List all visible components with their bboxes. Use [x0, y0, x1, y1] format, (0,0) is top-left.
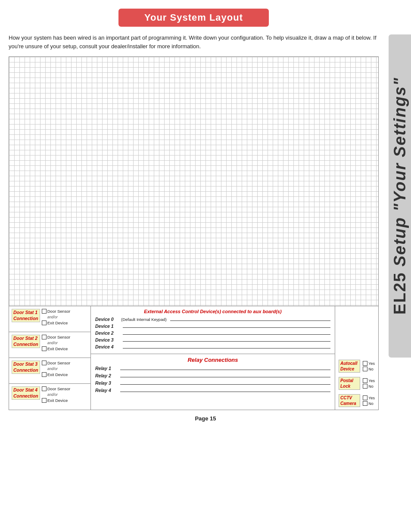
side-tab: EL25 Setup "Your Settings"	[389, 34, 411, 358]
andor-1: and/or	[47, 315, 70, 319]
title-box: Your System Layout	[118, 9, 269, 27]
door-sensor-3-checkbox[interactable]	[42, 361, 47, 365]
exit-device-4-checkbox[interactable]	[42, 398, 47, 403]
relay-1-row: Relay 1	[95, 366, 330, 371]
cctv-yes-label: Yes	[368, 396, 375, 400]
device-4-row: Device 4	[95, 344, 330, 349]
device-3-row: Device 3	[95, 337, 330, 342]
cctv-no-label: No	[368, 401, 374, 406]
exit-device-1-checkbox[interactable]	[42, 320, 47, 325]
device-1-label: Device 1	[95, 324, 121, 329]
device-1-row: Device 1	[95, 324, 330, 329]
door-sensor-1-checkbox[interactable]	[42, 309, 47, 314]
autocall-yes-label: Yes	[368, 361, 375, 366]
door-stat-2-row: Door Stat 2 Connection Door Sensor and/o…	[9, 332, 90, 358]
autocall-device-option: Autocall Device Yes No	[339, 360, 375, 373]
cctv-yes-row: Yes	[363, 395, 375, 400]
page-title: Your System Layout	[144, 12, 243, 23]
main-content-column: External Access Control Device(s) connec…	[91, 306, 335, 410]
autocall-yes-checkbox[interactable]	[363, 361, 367, 366]
external-section: External Access Control Device(s) connec…	[91, 306, 335, 354]
door-stat-3-label: Door Stat 3 Connection	[12, 361, 40, 374]
device-4-line	[123, 348, 330, 348]
exit-device-2-checkbox[interactable]	[42, 346, 47, 351]
relay-section: Relay Connections Relay 1 Relay 2 Relay …	[91, 354, 335, 398]
door-stat-2-check2: Exit Device	[42, 346, 70, 351]
postal-lock-option: Postal Lock Yes No	[339, 377, 375, 390]
device-3-label: Device 3	[95, 337, 121, 342]
postal-no-row: No	[363, 384, 375, 389]
postal-no-checkbox[interactable]	[363, 384, 367, 389]
device-1-line	[123, 327, 330, 328]
door-stat-2-checks: Door Sensor and/or Exit Device	[42, 335, 70, 351]
relay-1-label: Relay 1	[95, 366, 120, 371]
side-tab-text: EL25 Setup "Your Settings"	[392, 77, 408, 314]
postal-yes-label: Yes	[368, 379, 375, 383]
relay-4-label: Relay 4	[95, 388, 120, 393]
cctv-camera-option: CCTV Camera Yes No	[339, 394, 375, 407]
relay-4-line	[120, 392, 330, 392]
cctv-camera-label: CCTV Camera	[339, 394, 360, 407]
autocall-device-checks: Yes No	[363, 361, 375, 371]
postal-lock-checks: Yes No	[363, 378, 375, 389]
autocall-device-label: Autocall Device	[339, 360, 360, 373]
device-4-label: Device 4	[95, 344, 121, 349]
device-0-default: (Default Internal Keypad)	[121, 317, 167, 322]
page-number: Page 15	[9, 415, 402, 422]
door-stat-4-checks: Door Sensor and/or Exit Device	[42, 386, 70, 403]
door-stat-1-checks: Door Sensor and/or Exit Device	[42, 309, 70, 325]
relay-3-line	[120, 384, 330, 385]
exit-device-3-checkbox[interactable]	[42, 372, 47, 377]
andor-2: and/or	[47, 341, 70, 345]
door-stat-4-check2: Exit Device	[42, 398, 70, 403]
cctv-camera-checks: Yes No	[363, 395, 375, 406]
door-stat-3-checks: Door Sensor and/or Exit Device	[42, 361, 70, 377]
door-stat-2-label: Door Stat 2 Connection	[12, 335, 40, 348]
bottom-section: Door Stat 1 Connection Door Sensor and/o…	[9, 306, 379, 410]
device-0-label: Device 0	[95, 317, 121, 322]
relay-1-line	[120, 370, 330, 370]
relay-2-row: Relay 2	[95, 373, 330, 378]
postal-no-label: No	[368, 384, 374, 389]
andor-3: and/or	[47, 367, 70, 371]
door-stat-3-check1: Door Sensor	[42, 361, 70, 365]
door-stat-3-row: Door Stat 3 Connection Door Sensor and/o…	[9, 358, 90, 384]
device-0-row: Device 0 (Default Internal Keypad)	[95, 317, 330, 322]
device-2-row: Device 2	[95, 330, 330, 336]
door-stat-2-check1: Door Sensor	[42, 335, 70, 339]
autocall-no-checkbox[interactable]	[363, 367, 367, 371]
door-stat-4-label: Door Stat 4 Connection	[12, 386, 40, 400]
relay-2-label: Relay 2	[95, 373, 120, 378]
right-options-column: Autocall Device Yes No Postal Lock	[335, 306, 378, 410]
external-title: External Access Control Device(s) connec…	[95, 309, 330, 314]
description-text: How your system has been wired is an imp…	[9, 34, 379, 50]
device-2-line	[123, 334, 330, 335]
relay-3-row: Relay 3	[95, 380, 330, 386]
grid-drawing-area[interactable]	[9, 56, 379, 306]
device-2-label: Device 2	[95, 330, 121, 336]
postal-yes-checkbox[interactable]	[363, 378, 367, 383]
cctv-yes-checkbox[interactable]	[363, 395, 367, 400]
page-wrapper: EL25 Setup "Your Settings" Your System L…	[0, 0, 411, 532]
autocall-yes-row: Yes	[363, 361, 375, 366]
relay-title: Relay Connections	[95, 357, 330, 363]
relay-2-line	[120, 377, 330, 377]
device-3-line	[123, 341, 330, 342]
autocall-no-row: No	[363, 367, 375, 371]
door-stat-1-check2: Exit Device	[42, 320, 70, 325]
door-sensor-2-checkbox[interactable]	[42, 335, 47, 339]
door-stat-1-label: Door Stat 1 Connection	[12, 309, 40, 322]
door-sensor-4-checkbox[interactable]	[42, 386, 47, 391]
relay-4-row: Relay 4	[95, 388, 330, 393]
postal-yes-row: Yes	[363, 378, 375, 383]
door-stat-1-row: Door Stat 1 Connection Door Sensor and/o…	[9, 306, 90, 332]
relay-3-label: Relay 3	[95, 380, 120, 386]
autocall-no-label: No	[368, 367, 374, 371]
cctv-no-checkbox[interactable]	[363, 401, 367, 406]
door-stat-column: Door Stat 1 Connection Door Sensor and/o…	[9, 306, 91, 410]
door-stat-4-check1: Door Sensor	[42, 386, 70, 391]
door-stat-3-check2: Exit Device	[42, 372, 70, 377]
cctv-no-row: No	[363, 401, 375, 406]
andor-4: and/or	[47, 392, 70, 397]
door-stat-1-check1: Door Sensor	[42, 309, 70, 314]
